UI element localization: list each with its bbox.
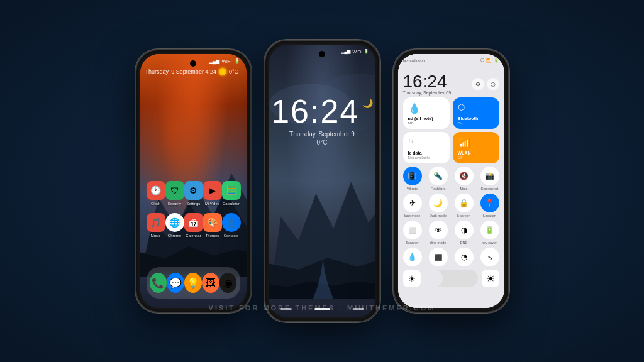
cc-quick-location[interactable]: 📍 Location — [480, 194, 499, 217]
vibrate-btn[interactable]: 📳 — [403, 167, 422, 185]
phone-center: ▂▄▆ WiFi 🔋 16:24 🌙 Thursday, September 9… — [264, 40, 380, 322]
left-weather-text: 0°C — [229, 69, 238, 75]
mobiledata-label: nd (e!I note) — [408, 116, 433, 121]
security-label: Security — [168, 202, 182, 206]
phone-left: ▂▄▆ WiFi 🔋 Thursday, 9 September 4:24 0°… — [135, 49, 252, 313]
phone-center-screen: ▂▄▆ WiFi 🔋 16:24 🌙 Thursday, September 9… — [269, 45, 375, 317]
calculator-icon: 🧮 — [222, 181, 241, 200]
center-signal-icon: ▂▄▆ — [341, 49, 351, 54]
music-label: Music — [151, 234, 161, 238]
mobiledata-sub: MB — [408, 121, 433, 125]
cc-notif-text: ncy calls only — [403, 58, 426, 62]
expand-btn[interactable]: ⤡ — [480, 248, 499, 266]
brightness-fill — [425, 270, 443, 287]
cc-wifi-status: 📶 — [486, 58, 492, 63]
dock-gallery[interactable]: 🖼 — [202, 273, 219, 293]
location-label: Location — [483, 214, 496, 217]
cc-time: 16:24 — [403, 73, 452, 90]
lockscreen-btn[interactable]: 🔒 — [455, 194, 474, 212]
cc-quick-unknown[interactable]: ◔ — [455, 248, 474, 266]
cc-quick-lockscreen[interactable]: 🔒 k screen — [455, 194, 474, 217]
app-clock[interactable]: 🕐 Clock — [147, 181, 165, 206]
themes-label: Themes — [206, 234, 219, 238]
phone-right-screen: ncy calls only ⬡ 📶 🔋 16:24 Thursday, Sep… — [398, 54, 504, 308]
clock-icon: 🕐 — [147, 181, 165, 200]
mobiledata2-sub: Not available — [408, 156, 430, 160]
screen2-btn[interactable]: ⬛ — [429, 248, 448, 266]
cc-tile-mobiledata[interactable]: 💧 nd (e!I note) MB — [403, 97, 450, 129]
mobiledata2-tile-icon: ↑↓ — [408, 137, 414, 144]
cc-quick-vibrate[interactable]: 📳 Vibrate — [403, 167, 422, 190]
dock-messages[interactable]: 💬 — [167, 273, 184, 293]
phone-right: ncy calls only ⬡ 📶 🔋 16:24 Thursday, Sep… — [393, 49, 509, 313]
cc-quick-dnd[interactable]: ◑ DND — [455, 221, 474, 244]
saver-btn[interactable]: 🔋 — [480, 221, 499, 239]
reading-btn[interactable]: 👁 — [429, 221, 448, 239]
app-music[interactable]: 🎵 Music — [147, 213, 165, 238]
location-btn[interactable]: 📍 — [480, 194, 499, 212]
punch-hole-center — [319, 51, 325, 57]
cc-quick-flashlight[interactable]: 🔦 Flashlight — [429, 167, 448, 190]
brightness-track[interactable] — [425, 270, 478, 287]
mute-btn[interactable]: 🔇 — [455, 167, 474, 185]
reading-label: ding mode — [430, 241, 447, 244]
left-top-bar: Thursday, 9 September 4:24 0°C — [145, 68, 242, 75]
dock-feedback[interactable]: 💡 — [184, 273, 202, 293]
cc-quick-row-1: 📳 Vibrate 🔦 Flashlight 🔇 Mute 📸 Screensh… — [403, 167, 499, 190]
app-settings[interactable]: ⚙ Settings — [184, 181, 203, 206]
scanner-btn[interactable]: ⬜ — [403, 221, 422, 239]
app-contacts[interactable]: 👤 Contacts — [222, 213, 241, 238]
dock-phone[interactable]: 📞 — [150, 273, 167, 293]
cc-quick-darkmode[interactable]: 🌙 Dark mode — [429, 194, 448, 217]
cc-time-section: 16:24 Thursday, September 09 — [403, 73, 452, 95]
water-btn[interactable]: 💧 — [403, 248, 422, 266]
cc-quick-saver[interactable]: 🔋 ery saver — [480, 221, 499, 244]
cc-battery-status: 🔋 — [494, 58, 499, 63]
cc-quick-screen2[interactable]: ⬛ — [429, 248, 448, 266]
app-mivideo[interactable]: ▶ Mi Video — [203, 181, 222, 206]
unknown-btn[interactable]: ◔ — [455, 248, 474, 266]
cc-quick-scanner[interactable]: ⬜ Scanner — [403, 221, 422, 244]
phone-left-screen: ▂▄▆ WiFi 🔋 Thursday, 9 September 4:24 0°… — [140, 54, 247, 308]
cc-expand-btn[interactable]: ◎ — [487, 78, 499, 90]
mute-label: Mute — [460, 187, 467, 190]
contacts-icon: 👤 — [222, 213, 241, 232]
wlan-label: WLAN — [458, 151, 471, 156]
wlan-tile-labels: WLAN Off — [458, 151, 471, 160]
cc-quick-water[interactable]: 💧 — [403, 248, 422, 266]
cc-tile-mobiledata2[interactable]: ↑↓ le data Not available — [403, 132, 450, 163]
cc-tile-bluetooth[interactable]: ⬡ Bluetooth On — [453, 97, 499, 129]
dnd-btn[interactable]: ◑ — [455, 221, 474, 239]
flashlight-btn[interactable]: 🔦 — [429, 167, 448, 185]
saver-label: ery saver — [482, 241, 497, 244]
app-calculator[interactable]: 🧮 Calculator — [222, 181, 241, 206]
wlan-tile-icon: 📶 — [458, 137, 470, 149]
mobiledata-tile-labels: nd (e!I note) MB — [408, 116, 433, 125]
weather-icon — [219, 68, 226, 75]
lockscreen-label: k screen — [457, 214, 470, 217]
app-calendar[interactable]: 📅 Calendar — [184, 213, 203, 238]
cc-quick-screenshot[interactable]: 📸 Screenshot — [480, 167, 499, 190]
cc-tile-wlan[interactable]: 📶 WLAN Off — [453, 132, 499, 163]
cc-quick-airplane[interactable]: ✈ lane mode — [403, 194, 422, 217]
cc-quick-reading[interactable]: 👁 ding mode — [429, 221, 448, 244]
darkmode-btn[interactable]: 🌙 — [429, 194, 448, 212]
app-row-2: 🎵 Music 🌐 Chrome 📅 Calendar 🎨 Themes — [147, 213, 240, 238]
app-security[interactable]: 🛡 Security — [165, 181, 184, 206]
punch-hole-left — [190, 60, 196, 67]
app-chrome[interactable]: 🌐 Chrome — [165, 213, 184, 238]
airplane-btn[interactable]: ✈ — [403, 194, 422, 212]
security-icon: 🛡 — [165, 181, 184, 200]
dock-mipay[interactable]: ◉ — [219, 273, 237, 293]
battery-icon-left: 🔋 — [234, 58, 240, 64]
cc-settings-btn[interactable]: ⚙ — [472, 78, 484, 90]
cc-quick-expand[interactable]: ⤡ — [480, 248, 499, 266]
calculator-label: Calculator — [223, 202, 240, 206]
center-time-display: 16:24 🌙 Thursday, September 9 0°C — [269, 95, 375, 146]
app-row-1: 🕐 Clock 🛡 Security ⚙ Settings ▶ Mi Video — [147, 181, 240, 206]
mobiledata2-tile-labels: le data Not available — [408, 151, 430, 160]
cc-quick-mute[interactable]: 🔇 Mute — [455, 167, 474, 190]
app-themes[interactable]: 🎨 Themes — [203, 213, 222, 238]
chrome-label: Chrome — [168, 234, 181, 238]
screenshot-btn[interactable]: 📸 — [480, 167, 499, 185]
